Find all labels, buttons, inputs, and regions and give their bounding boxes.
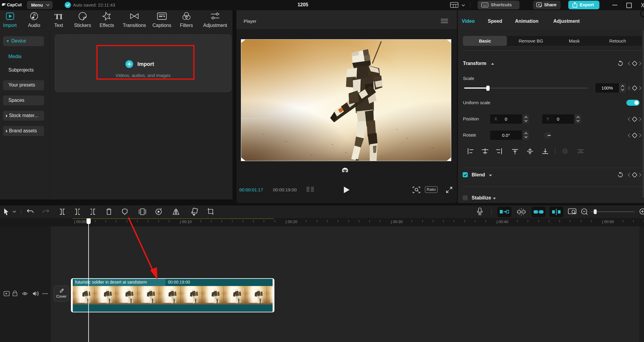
svg-text:CapCut: CapCut xyxy=(7,2,22,7)
svg-text:T: T xyxy=(54,12,60,21)
svg-text:I: I xyxy=(60,12,63,21)
